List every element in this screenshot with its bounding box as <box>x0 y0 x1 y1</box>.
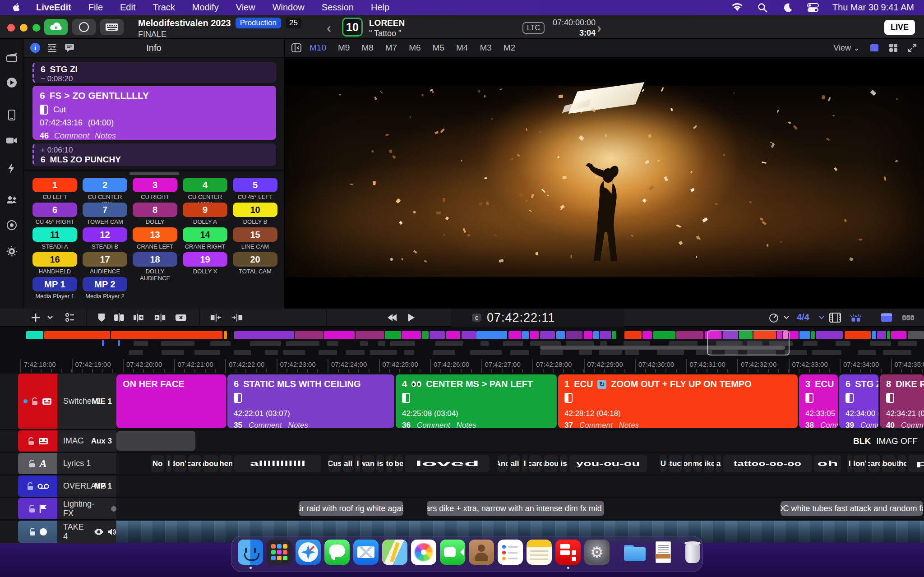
menu-app-name[interactable]: LiveEdit <box>36 2 71 13</box>
panel-drag-handle[interactable] <box>129 172 179 175</box>
previous-cue-card[interactable]: 6 STG ZI − 0:08:20 <box>32 62 276 83</box>
dock-app-folder[interactable] <box>622 540 647 568</box>
view-dropdown[interactable]: View ⌄ <box>833 43 860 53</box>
lyric-word[interactable]: be <box>395 455 403 472</box>
switcher-clip-7[interactable]: 8DIKE R42:34:21 (040Comme <box>880 374 924 428</box>
camera-pad-18[interactable]: 18 <box>133 252 177 267</box>
viewer-tab-m2[interactable]: M2 <box>504 43 515 53</box>
timeline-ruler[interactable]: 7:42:18:0007:42:19:0007:42:20:0007:42:21… <box>0 359 924 373</box>
switcher-clip-2[interactable]: 6STATIC MLS WITH CEILING42:22:01 (03:07)… <box>227 374 394 428</box>
unlock-icon[interactable] <box>28 460 36 468</box>
clip-notes-link[interactable]: Notes <box>288 421 308 428</box>
camera-pad-17[interactable]: 17 <box>83 252 127 267</box>
apple-icon[interactable] <box>13 3 21 13</box>
track-header-take[interactable]: TAKE 4 <box>57 521 116 543</box>
track-color-overlays[interactable] <box>18 475 57 497</box>
cue-options-icon[interactable] <box>64 312 76 323</box>
lyric-word[interactable]: I <box>522 455 527 472</box>
cue-number-box[interactable]: 10 <box>342 18 363 37</box>
dock-app-mail[interactable] <box>353 540 379 568</box>
lyric-word[interactable]: I <box>847 455 852 472</box>
go-to-start-button[interactable] <box>386 312 398 323</box>
dock-app-finder[interactable] <box>238 540 263 568</box>
camera-pad-4[interactable]: 4 <box>183 178 227 192</box>
camera-pad-2[interactable]: 2 <box>83 178 127 192</box>
current-cue-card[interactable]: 6 FS > ZO GENTLLLLLY Cut 07:42:43:16 (04… <box>32 86 276 140</box>
live-button[interactable]: LIVE <box>884 20 915 35</box>
info-tab-icon[interactable]: i <box>30 42 41 53</box>
lyric-word[interactable]: care <box>529 455 542 472</box>
trim-start-icon[interactable] <box>134 312 145 323</box>
menu-item-help[interactable]: Help <box>371 2 389 13</box>
lyric-word[interactable]: to <box>386 455 393 472</box>
track-color-lighting[interactable] <box>18 498 57 519</box>
lyric-word[interactable]: I <box>355 455 360 472</box>
viewer-tab-m6[interactable]: M6 <box>409 43 420 53</box>
device-icon[interactable] <box>6 109 18 121</box>
lyric-word[interactable]: don't <box>854 455 866 472</box>
clip-notes-link[interactable]: Notes <box>619 421 639 428</box>
imag-off-clip[interactable]: BLK IMAG OFF <box>853 430 918 452</box>
lyric-word[interactable]: you-ou-ou <box>569 455 647 472</box>
lyric-word[interactable]: Cus <box>328 455 341 472</box>
clip-comment-link[interactable]: Comment <box>579 421 613 428</box>
zoom-window-button[interactable] <box>32 24 40 32</box>
lyric-word[interactable]: care <box>868 455 880 472</box>
lyric-word[interactable]: like <box>704 455 714 472</box>
previous-cue-button[interactable]: ‹ <box>327 20 331 36</box>
wifi-icon[interactable] <box>731 2 743 14</box>
camera-pad-12[interactable]: 12 <box>83 227 127 242</box>
lyric-word[interactable]: them <box>220 455 232 472</box>
lyric-word[interactable]: about <box>882 455 896 472</box>
viewer-tab-m10[interactable]: M10 <box>310 43 326 53</box>
lighting-cue[interactable]: Air raid with roof rig white again <box>299 501 403 516</box>
camera-icon[interactable] <box>6 134 18 146</box>
split-clip-icon[interactable] <box>114 312 125 323</box>
gear-icon[interactable] <box>6 245 18 257</box>
lyric-word[interactable]: is <box>560 455 568 472</box>
camera-pad-7[interactable]: 7 <box>83 203 127 217</box>
lyric-word[interactable]: about <box>544 455 558 472</box>
lyric-word[interactable]: No <box>151 455 164 472</box>
fullscreen-icon[interactable] <box>908 43 917 52</box>
speaker-icon[interactable] <box>107 528 116 535</box>
track-color-take[interactable] <box>18 521 57 543</box>
unlock-icon[interactable] <box>29 528 36 536</box>
unlock-icon[interactable] <box>28 437 35 445</box>
clip-comment-link[interactable]: Commen <box>860 421 878 428</box>
camera-pad-20[interactable]: 20 <box>233 252 277 267</box>
camera-pad-10[interactable]: 10 <box>233 203 277 217</box>
search-icon[interactable] <box>757 2 768 14</box>
viewer-tab-m4[interactable]: M4 <box>456 43 468 53</box>
track-header-imag[interactable]: IMAG Aux 3 <box>57 430 116 452</box>
menu-clock[interactable]: Thu Mar 30 9:41 AM <box>832 2 914 13</box>
viewer-tab-m5[interactable]: M5 <box>433 43 444 53</box>
camera-pad-19[interactable]: 19 <box>183 252 227 267</box>
cue-list-icon[interactable] <box>47 42 58 53</box>
solo-track-icon[interactable] <box>881 312 892 323</box>
lyric-word[interactable]: And <box>498 455 508 472</box>
track-color-switcher[interactable] <box>18 374 57 429</box>
clip-comment-link[interactable]: Comme <box>820 421 838 428</box>
lighting-cue[interactable]: Xbars dike + xtra, narrow with an intens… <box>427 501 604 516</box>
ripple-right-icon[interactable] <box>231 312 243 323</box>
lyric-word[interactable]: loved <box>405 455 490 472</box>
dock-app-reminders[interactable] <box>498 540 523 568</box>
clip-comment-link[interactable]: Comme <box>901 421 924 428</box>
lyric-word[interactable]: oh <box>814 455 841 472</box>
grid-view-icon[interactable] <box>889 43 898 52</box>
media-player-pad-1[interactable]: MP 1 <box>32 277 77 291</box>
menu-item-edit[interactable]: Edit <box>120 2 135 13</box>
dock-app-messages[interactable] <box>324 540 350 568</box>
dock-app-notes[interactable] <box>527 540 552 568</box>
clip-comment-link[interactable]: Comment <box>417 421 450 428</box>
bolt-icon[interactable] <box>6 162 18 174</box>
next-cue-card[interactable]: + 0:06:10 6 MLS ZO PUNCHY <box>32 143 276 166</box>
dock-app-safari[interactable] <box>296 540 321 568</box>
lyric-word[interactable]: I <box>166 455 171 472</box>
camera-pad-14[interactable]: 14 <box>183 227 227 242</box>
focus-moon-icon[interactable] <box>782 2 794 14</box>
unlock-icon[interactable] <box>27 482 34 490</box>
imag-clip[interactable] <box>116 431 195 451</box>
ripple-left-icon[interactable] <box>210 312 222 323</box>
